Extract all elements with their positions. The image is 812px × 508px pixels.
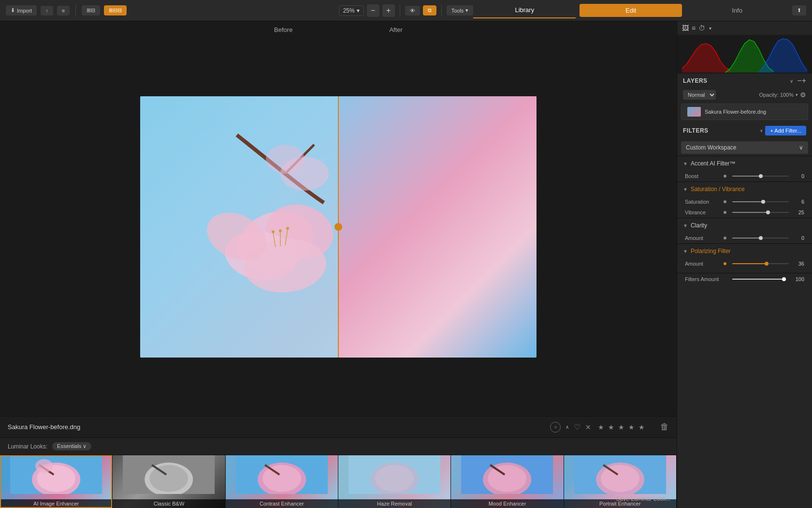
trash-button[interactable]: 🗑 <box>660 422 669 432</box>
svg-point-12 <box>280 157 329 191</box>
svg-point-11 <box>272 230 275 233</box>
polarizing-amount-slider[interactable] <box>732 263 789 264</box>
thumb-ai-img <box>0 455 112 494</box>
looks-dropdown[interactable]: Essentials ∨ <box>52 442 91 450</box>
clarity-chevron: ▼ <box>683 223 688 228</box>
zoom-in-button[interactable]: + <box>382 4 395 17</box>
vibrance-slider[interactable] <box>732 212 789 213</box>
split-handle[interactable] <box>334 223 342 231</box>
histogram-dropdown-icon: ▾ <box>709 26 711 31</box>
saturation-slider[interactable] <box>732 201 789 202</box>
looks-label: Luminar Looks: <box>8 443 47 450</box>
polarizing-chevron: ▼ <box>683 249 688 254</box>
import-button[interactable]: ⬇ Import <box>6 5 37 15</box>
svg-point-28 <box>37 465 75 492</box>
star-rating[interactable]: ★ ★ ★ ★ ★ <box>598 423 646 431</box>
layout-button[interactable]: ⊞⊟ <box>82 5 100 15</box>
histogram-image-icon[interactable]: 🖼 <box>682 24 689 32</box>
looks-bar: Luminar Looks: Essentials ∨ <box>0 437 677 455</box>
layers-add-button[interactable]: + <box>802 76 806 85</box>
vibrance-label: Vibrance <box>685 209 724 215</box>
filter-group-saturation: ▼ Saturation / Vibrance Saturation 6 Vib… <box>677 181 812 218</box>
thumb-mood-img <box>451 455 563 494</box>
thumb-haze-img <box>338 455 450 494</box>
svg-point-3 <box>221 225 301 286</box>
filters-amount-slider[interactable] <box>732 279 786 280</box>
split-image[interactable] <box>140 96 536 358</box>
filters-scroll[interactable]: FILTERS ∨ + Add Filter... Custom Workspa… <box>677 122 812 508</box>
toolbar: ⬇ Import ↑ ≡ ⊞⊟ ⊞⊟⊟ 25% ▾ − + 👁 ⧉ Tools … <box>0 0 812 21</box>
histogram <box>677 35 812 74</box>
preview-button[interactable]: 👁 <box>405 6 420 15</box>
filter-group-saturation-header[interactable]: ▼ Saturation / Vibrance <box>677 182 812 196</box>
after-label: After <box>389 26 402 33</box>
filename-label: Sakura Flower-before.dng <box>8 423 550 431</box>
thumb-ai-enhancer[interactable]: AI Image Enhancer <box>0 455 113 508</box>
polarizing-amount-fill <box>732 263 767 264</box>
heart-button[interactable]: ♡ <box>574 422 580 432</box>
filters-amount-fill <box>732 279 786 280</box>
add-filter-button[interactable]: + Add Filter... <box>765 126 806 135</box>
saturation-chevron: ▼ <box>683 187 688 192</box>
clarity-amount-dot <box>724 237 726 239</box>
save-look-button[interactable]: Save Luminar Look... <box>616 495 671 502</box>
boost-dot <box>724 175 726 178</box>
layer-item[interactable]: Sakura Flower-before.dng <box>681 104 808 120</box>
svg-point-29 <box>35 459 53 473</box>
clarity-title: Clarity <box>691 222 806 229</box>
svg-point-45 <box>601 465 639 492</box>
view-options-button[interactable]: ≡ <box>57 6 70 15</box>
svg-point-10 <box>286 227 289 230</box>
share-button[interactable]: ⬆ <box>792 5 806 15</box>
saturation-label: Saturation <box>685 199 724 205</box>
thumb-mood[interactable]: Mood Enhancer <box>451 455 564 508</box>
image-container <box>0 37 677 416</box>
tools-button[interactable]: Tools ▾ <box>447 5 474 15</box>
layer-settings-button[interactable]: ⚙ <box>800 91 806 99</box>
boost-slider[interactable] <box>732 176 789 177</box>
tab-library[interactable]: Library <box>473 2 576 18</box>
tab-info[interactable]: Info <box>686 3 788 18</box>
filters-amount-row: Filters Amount 100 <box>677 273 812 285</box>
thumb-haze-label: Haze Removal <box>338 499 450 508</box>
layers-dropdown-icon: ∨ <box>790 78 793 84</box>
before-after-labels: Before After <box>0 21 677 37</box>
thumbnails-bar: AI Image Enhancer Classic B&W <box>0 455 677 508</box>
layers-minus-button[interactable]: − <box>797 76 801 85</box>
thumb-contrast-img <box>226 455 338 494</box>
histogram-toolbar: 🖼 ≡ ⏱ ▾ <box>677 21 812 35</box>
blend-mode-select[interactable]: Normal <box>683 90 716 100</box>
workspace-dropdown[interactable]: Custom Workspace ∨ <box>681 141 808 154</box>
bottom-bar: Sakura Flower-before.dng ○ ∧ ♡ ✕ ★ ★ ★ ★… <box>0 416 677 437</box>
filter-group-clarity: ▼ Clarity Amount 0 <box>677 218 812 243</box>
svg-point-2 <box>260 197 339 266</box>
histogram-layers-icon[interactable]: ≡ <box>692 24 696 32</box>
right-panel: 🖼 ≡ ⏱ ▾ LAYERS ∨ − <box>677 21 812 508</box>
thumb-classic-bw[interactable]: Classic B&W <box>113 455 225 508</box>
histogram-history-icon[interactable]: ⏱ <box>698 24 705 32</box>
main-area: Before After <box>0 21 812 508</box>
zoom-out-button[interactable]: − <box>367 4 379 17</box>
back-button[interactable]: ↑ <box>41 6 53 15</box>
split-view-button[interactable]: ⊞⊟⊟ <box>104 5 127 15</box>
flag-button[interactable]: ○ <box>550 422 561 433</box>
filter-group-polarizing-header[interactable]: ▼ Polarizing Filter <box>677 244 812 258</box>
filter-group-clarity-header[interactable]: ▼ Clarity <box>677 218 812 233</box>
boost-label: Boost <box>685 173 724 179</box>
vibrance-thumb <box>766 210 770 214</box>
polarizing-amount-label: Amount <box>685 261 724 267</box>
zoom-display: 25% ▾ <box>339 5 364 16</box>
thumb-contrast-label: Contrast Enhancer <box>226 499 338 508</box>
svg-rect-0 <box>140 96 338 358</box>
thumb-haze[interactable]: Haze Removal <box>338 455 451 508</box>
filters-header: FILTERS ∨ + Add Filter... <box>677 122 812 139</box>
filter-group-accent-header[interactable]: ▼ Accent AI Filter™ <box>677 156 812 171</box>
compare-button[interactable]: ⧉ <box>423 5 436 15</box>
svg-line-7 <box>285 229 288 245</box>
clarity-amount-fill <box>732 238 761 239</box>
thumb-contrast[interactable]: Contrast Enhancer <box>226 455 338 508</box>
tab-edit[interactable]: Edit <box>580 4 682 17</box>
clarity-amount-slider[interactable] <box>732 238 789 239</box>
toolbar-right: Library Edit Info ⬆ <box>473 2 806 18</box>
histogram-svg <box>677 35 812 74</box>
